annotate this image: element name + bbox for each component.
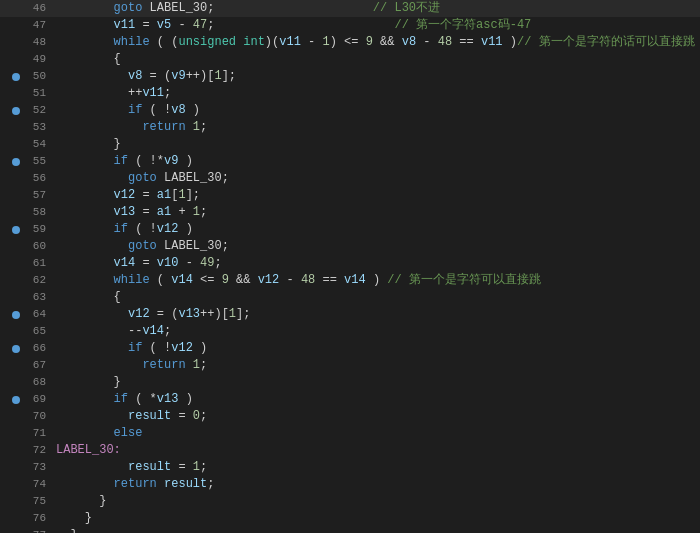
code-line: 70 result = 0; [0, 408, 700, 425]
line-gutter: 47 [0, 17, 50, 34]
code-editor: 46 goto LABEL_30; // L30不进47 v11 = v5 - … [0, 0, 700, 533]
line-gutter: 64 [0, 306, 50, 323]
breakpoint-empty [12, 498, 20, 506]
breakpoint-dot[interactable] [12, 345, 20, 353]
code-line: 63 { [0, 289, 700, 306]
line-gutter: 71 [0, 425, 50, 442]
code-line: 48 while ( (unsigned int)(v11 - 1) <= 9 … [0, 34, 700, 51]
code-line: 57 v12 = a1[1]; [0, 187, 700, 204]
breakpoint-dot[interactable] [12, 107, 20, 115]
code-line: 62 while ( v14 <= 9 && v12 - 48 == v14 )… [0, 272, 700, 289]
line-number: 62 [24, 272, 46, 289]
line-gutter: 70 [0, 408, 50, 425]
line-number: 68 [24, 374, 46, 391]
line-content: } [50, 493, 700, 510]
code-line: 75 } [0, 493, 700, 510]
breakpoint-empty [12, 22, 20, 30]
line-number: 76 [24, 510, 46, 527]
breakpoint-empty [12, 362, 20, 370]
breakpoint-empty [12, 90, 20, 98]
line-gutter: 51 [0, 85, 50, 102]
code-line: 64 v12 = (v13++)[1]; [0, 306, 700, 323]
line-number: 70 [24, 408, 46, 425]
line-content: v11 = v5 - 47; // 第一个字符asc码-47 [50, 17, 700, 34]
line-number: 69 [24, 391, 46, 408]
line-gutter: 73 [0, 459, 50, 476]
line-number: 53 [24, 119, 46, 136]
line-gutter: 72 [0, 442, 50, 459]
breakpoint-dot[interactable] [12, 311, 20, 319]
line-number: 48 [24, 34, 46, 51]
line-content: while ( (unsigned int)(v11 - 1) <= 9 && … [50, 34, 700, 51]
code-line: 76 } [0, 510, 700, 527]
code-line: 77 } [0, 527, 700, 533]
line-content: v8 = (v9++)[1]; [50, 68, 700, 85]
line-gutter: 53 [0, 119, 50, 136]
line-gutter: 48 [0, 34, 50, 51]
line-content: } [50, 136, 700, 153]
line-content: { [50, 289, 700, 306]
line-number: 59 [24, 221, 46, 238]
breakpoint-empty [12, 294, 20, 302]
breakpoint-empty [12, 430, 20, 438]
line-content: v12 = a1[1]; [50, 187, 700, 204]
code-line: 61 v14 = v10 - 49; [0, 255, 700, 272]
line-number: 57 [24, 187, 46, 204]
line-gutter: 60 [0, 238, 50, 255]
breakpoint-empty [12, 277, 20, 285]
line-gutter: 59 [0, 221, 50, 238]
breakpoint-empty [12, 56, 20, 64]
line-gutter: 68 [0, 374, 50, 391]
line-content: if ( !v12 ) [50, 221, 700, 238]
code-line: 51 ++v11; [0, 85, 700, 102]
code-line: 72LABEL_30: [0, 442, 700, 459]
line-number: 50 [24, 68, 46, 85]
line-number: 58 [24, 204, 46, 221]
line-content: result = 0; [50, 408, 700, 425]
breakpoint-dot[interactable] [12, 158, 20, 166]
breakpoint-dot[interactable] [12, 73, 20, 81]
line-content: } [50, 510, 700, 527]
code-line: 54 } [0, 136, 700, 153]
line-content: LABEL_30: [50, 442, 700, 459]
breakpoint-dot[interactable] [12, 396, 20, 404]
breakpoint-empty [12, 379, 20, 387]
line-content: else [50, 425, 700, 442]
line-number: 49 [24, 51, 46, 68]
line-gutter: 76 [0, 510, 50, 527]
line-gutter: 63 [0, 289, 50, 306]
line-gutter: 55 [0, 153, 50, 170]
line-number: 64 [24, 306, 46, 323]
line-content: result = 1; [50, 459, 700, 476]
line-content: goto LABEL_30; // L30不进 [50, 0, 700, 17]
breakpoint-empty [12, 515, 20, 523]
code-line: 49 { [0, 51, 700, 68]
line-content: while ( v14 <= 9 && v12 - 48 == v14 ) //… [50, 272, 700, 289]
line-content: if ( !*v9 ) [50, 153, 700, 170]
line-number: 63 [24, 289, 46, 306]
line-number: 67 [24, 357, 46, 374]
line-number: 54 [24, 136, 46, 153]
line-content: if ( !v12 ) [50, 340, 700, 357]
line-content: return result; [50, 476, 700, 493]
line-content: v12 = (v13++)[1]; [50, 306, 700, 323]
line-content: if ( !v8 ) [50, 102, 700, 119]
line-gutter: 66 [0, 340, 50, 357]
breakpoint-empty [12, 192, 20, 200]
line-number: 56 [24, 170, 46, 187]
breakpoint-empty [12, 447, 20, 455]
line-number: 74 [24, 476, 46, 493]
line-gutter: 62 [0, 272, 50, 289]
line-content: return 1; [50, 119, 700, 136]
line-content: if ( *v13 ) [50, 391, 700, 408]
line-content: v14 = v10 - 49; [50, 255, 700, 272]
line-number: 47 [24, 17, 46, 34]
breakpoint-dot[interactable] [12, 226, 20, 234]
code-line: 73 result = 1; [0, 459, 700, 476]
breakpoint-empty [12, 464, 20, 472]
line-content: v13 = a1 + 1; [50, 204, 700, 221]
code-line: 56 goto LABEL_30; [0, 170, 700, 187]
breakpoint-empty [12, 413, 20, 421]
code-line: 46 goto LABEL_30; // L30不进 [0, 0, 700, 17]
code-line: 55 if ( !*v9 ) [0, 153, 700, 170]
